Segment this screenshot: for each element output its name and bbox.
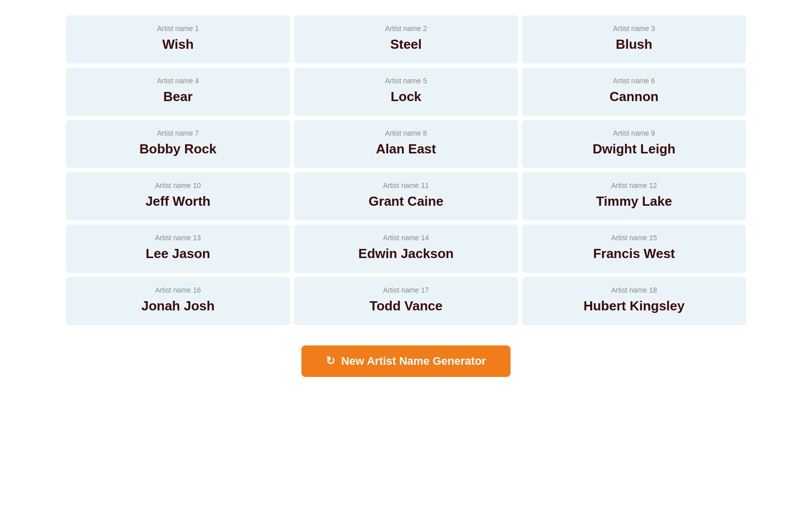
- artist-label: Artist name 6: [613, 77, 655, 85]
- artist-card: Artist name 6Cannon: [522, 68, 746, 116]
- artist-card: Artist name 7Bobby Rock: [66, 120, 290, 168]
- artist-card: Artist name 10Jeff Worth: [66, 172, 290, 220]
- artist-name: Lee Jason: [146, 246, 210, 262]
- artist-label: Artist name 10: [155, 181, 201, 189]
- artist-name: Hubert Kingsley: [584, 298, 685, 314]
- artist-card: Artist name 16Jonah Josh: [66, 277, 290, 325]
- artist-label: Artist name 5: [385, 77, 427, 85]
- artist-name: Lock: [391, 89, 422, 105]
- artist-card: Artist name 11Grant Caine: [294, 172, 518, 220]
- artist-card: Artist name 17Todd Vance: [294, 277, 518, 325]
- artist-card: Artist name 3Blush: [522, 15, 746, 64]
- artist-card: Artist name 4Bear: [66, 68, 290, 116]
- artist-card: Artist name 18Hubert Kingsley: [522, 277, 746, 325]
- artist-name: Jeff Worth: [146, 194, 211, 209]
- artist-label: Artist name 9: [613, 129, 655, 137]
- artist-label: Artist name 7: [157, 129, 198, 137]
- artist-card: Artist name 13Lee Jason: [66, 225, 290, 273]
- artist-name: Francis West: [593, 246, 675, 262]
- artist-name: Alan East: [376, 141, 436, 157]
- artist-name: Jonah Josh: [141, 298, 214, 314]
- artist-label: Artist name 18: [611, 286, 657, 294]
- artist-grid: Artist name 1WishArtist name 2SteelArtis…: [66, 15, 746, 325]
- artist-label: Artist name 12: [611, 181, 657, 189]
- artist-label: Artist name 8: [385, 129, 427, 137]
- artist-label: Artist name 3: [613, 24, 655, 33]
- artist-label: Artist name 11: [383, 181, 429, 189]
- artist-label: Artist name 4: [157, 77, 198, 85]
- artist-name: Blush: [616, 37, 652, 52]
- artist-name: Dwight Leigh: [593, 141, 675, 157]
- artist-card: Artist name 9Dwight Leigh: [522, 120, 746, 168]
- artist-name: Timmy Lake: [596, 194, 672, 209]
- artist-label: Artist name 13: [155, 234, 201, 242]
- artist-label: Artist name 17: [383, 286, 429, 294]
- artist-name: Wish: [162, 37, 194, 52]
- artist-name: Steel: [390, 37, 422, 52]
- artist-label: Artist name 16: [155, 286, 201, 294]
- artist-label: Artist name 1: [157, 24, 198, 33]
- artist-name: Cannon: [610, 89, 659, 105]
- generate-button[interactable]: ↻ New Artist Name Generator: [301, 345, 510, 377]
- artist-card: Artist name 5Lock: [294, 68, 518, 116]
- artist-card: Artist name 12Timmy Lake: [522, 172, 746, 220]
- artist-card: Artist name 14Edwin Jackson: [294, 225, 518, 273]
- artist-name: Todd Vance: [369, 298, 443, 314]
- artist-label: Artist name 2: [385, 24, 427, 33]
- artist-card: Artist name 1Wish: [66, 15, 290, 64]
- artist-name: Grant Caine: [368, 194, 443, 209]
- artist-label: Artist name 14: [383, 234, 429, 242]
- generate-button-label: New Artist Name Generator: [341, 355, 486, 368]
- artist-label: Artist name 15: [611, 234, 657, 242]
- artist-card: Artist name 15Francis West: [522, 225, 746, 273]
- artist-card: Artist name 8Alan East: [294, 120, 518, 168]
- artist-name: Edwin Jackson: [358, 246, 454, 262]
- artist-card: Artist name 2Steel: [294, 15, 518, 64]
- artist-name: Bobby Rock: [140, 141, 217, 157]
- refresh-icon: ↻: [326, 355, 335, 368]
- artist-name: Bear: [163, 89, 193, 105]
